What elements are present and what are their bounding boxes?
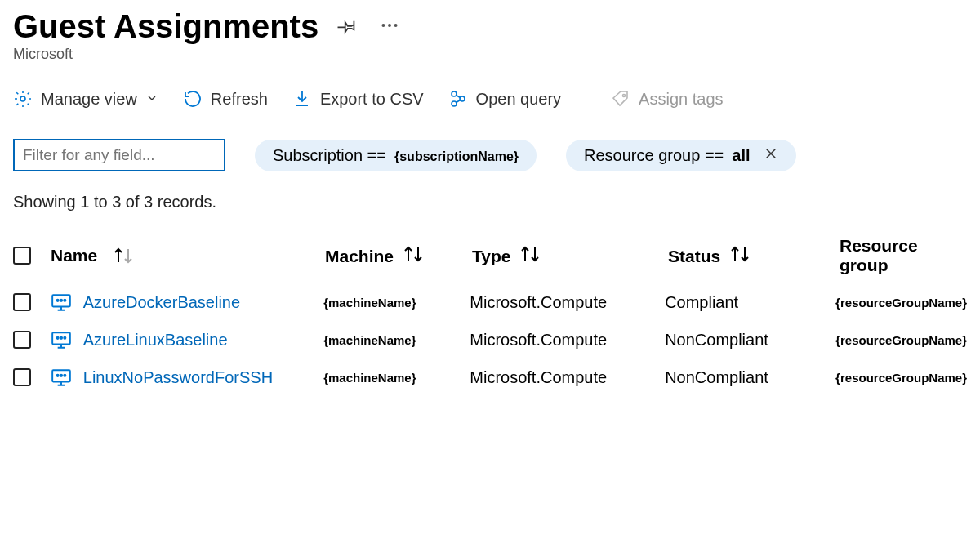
manage-view-label: Manage view — [41, 90, 137, 109]
select-all-checkbox[interactable] — [13, 247, 31, 265]
resource-group-filter-pill[interactable]: Resource group == all — [566, 140, 795, 172]
svg-point-10 — [60, 300, 62, 301]
record-count: Showing 1 to 3 of 3 records. — [13, 193, 967, 212]
monitor-icon — [51, 292, 72, 313]
status-cell: Compliant — [665, 293, 835, 312]
table-row: LinuxNoPasswordForSSH {machineName} Micr… — [13, 359, 967, 396]
sort-icon — [114, 247, 133, 264]
svg-point-17 — [56, 375, 58, 376]
svg-point-2 — [394, 24, 398, 27]
type-cell: Microsoft.Compute — [470, 331, 665, 350]
svg-point-0 — [382, 24, 385, 27]
pin-icon — [336, 15, 358, 38]
assign-tags-label: Assign tags — [639, 90, 723, 109]
subscription-filter-pill[interactable]: Subscription == {subscriptionName} — [255, 140, 537, 172]
column-header-machine[interactable]: Machine — [325, 246, 472, 266]
tag-icon — [611, 89, 630, 109]
svg-point-1 — [388, 24, 391, 27]
close-icon — [764, 146, 778, 165]
subscription-filter-value: {subscriptionName} — [394, 149, 519, 164]
more-icon — [379, 15, 400, 38]
svg-point-4 — [452, 91, 457, 96]
gear-icon — [13, 89, 33, 109]
type-cell: Microsoft.Compute — [470, 368, 665, 387]
column-rg-label: Resource group — [840, 236, 918, 274]
toolbar-separator — [586, 87, 586, 110]
filter-row: Subscription == {subscriptionName} Resou… — [13, 139, 967, 172]
filter-input[interactable] — [13, 139, 225, 172]
svg-point-15 — [64, 337, 65, 339]
column-header-type[interactable]: Type — [472, 246, 668, 266]
row-checkbox[interactable] — [13, 368, 31, 386]
sort-icon — [730, 246, 750, 262]
page-title: Guest Assignments — [13, 8, 318, 44]
column-type-label: Type — [472, 247, 510, 265]
column-name-label: Name — [51, 246, 97, 265]
resource-group-cell: {resourceGroupName} — [835, 296, 967, 310]
results-table: Name Machine Type Status — [13, 228, 967, 396]
svg-point-6 — [452, 101, 457, 106]
resource-group-filter-label: Resource group == — [584, 146, 724, 165]
monitor-icon — [51, 367, 72, 388]
column-status-label: Status — [668, 247, 720, 265]
row-checkbox[interactable] — [13, 293, 31, 311]
svg-point-7 — [623, 95, 626, 97]
status-cell: NonCompliant — [665, 368, 835, 387]
remove-filter-button[interactable] — [764, 146, 778, 165]
resource-group-cell: {resourceGroupName} — [835, 333, 967, 347]
manage-view-button[interactable]: Manage view — [13, 89, 158, 109]
subscription-filter-label: Subscription == — [273, 146, 386, 165]
svg-point-19 — [64, 375, 65, 376]
assignment-link[interactable]: AzureDockerBaseline — [83, 293, 240, 312]
sort-icon — [520, 246, 540, 262]
monitor-icon — [51, 329, 72, 350]
assignment-link[interactable]: AzureLinuxBaseline — [83, 331, 228, 350]
refresh-label: Refresh — [211, 90, 268, 109]
refresh-button[interactable]: Refresh — [183, 89, 268, 109]
open-query-label: Open query — [476, 90, 562, 109]
refresh-icon — [183, 89, 203, 109]
type-cell: Microsoft.Compute — [470, 293, 665, 312]
svg-point-13 — [56, 337, 58, 339]
column-header-name[interactable]: Name — [51, 246, 325, 265]
status-cell: NonCompliant — [665, 331, 835, 350]
page-subtitle: Microsoft — [13, 46, 967, 63]
download-icon — [292, 89, 312, 109]
svg-point-14 — [60, 337, 62, 339]
resource-group-filter-value: all — [732, 146, 750, 165]
table-row: AzureDockerBaseline {machineName} Micros… — [13, 283, 967, 321]
export-csv-label: Export to CSV — [320, 90, 424, 109]
column-header-status[interactable]: Status — [668, 246, 840, 266]
pin-button[interactable] — [333, 11, 361, 42]
more-button[interactable] — [376, 11, 403, 42]
export-csv-button[interactable]: Export to CSV — [292, 89, 424, 109]
svg-point-3 — [20, 96, 25, 101]
chevron-down-icon — [145, 90, 158, 109]
svg-point-9 — [56, 300, 58, 301]
open-query-button[interactable]: Open query — [448, 89, 562, 109]
machine-cell: {machineName} — [323, 296, 470, 310]
svg-point-5 — [460, 96, 465, 101]
table-header: Name Machine Type Status — [13, 228, 967, 283]
column-header-resource-group[interactable]: Resource group — [840, 236, 967, 275]
machine-cell: {machineName} — [323, 333, 470, 347]
query-icon — [448, 89, 468, 109]
svg-point-18 — [60, 375, 62, 376]
row-checkbox[interactable] — [13, 331, 31, 349]
machine-cell: {machineName} — [323, 371, 470, 385]
table-row: AzureLinuxBaseline {machineName} Microso… — [13, 321, 967, 359]
toolbar: Manage view Refresh Export to CSV Open q… — [13, 82, 967, 122]
assignment-link[interactable]: LinuxNoPasswordForSSH — [83, 368, 273, 387]
resource-group-cell: {resourceGroupName} — [835, 371, 967, 385]
sort-icon — [403, 246, 423, 262]
column-machine-label: Machine — [325, 247, 394, 265]
assign-tags-button[interactable]: Assign tags — [611, 89, 723, 109]
svg-point-11 — [64, 300, 65, 301]
